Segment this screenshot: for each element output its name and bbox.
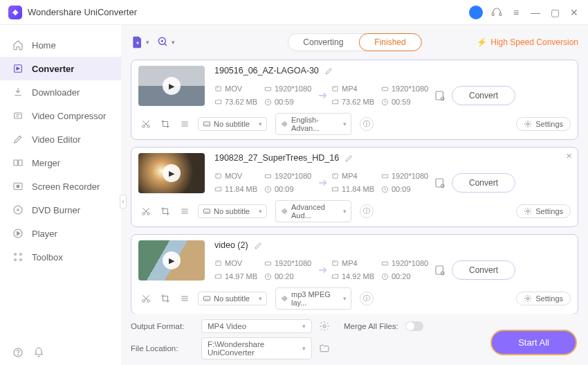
src-dur: 00:09 bbox=[264, 185, 314, 193]
add-file-button[interactable]: ▾ bbox=[131, 35, 149, 49]
svg-rect-52 bbox=[204, 296, 210, 301]
output-settings-icon[interactable] bbox=[434, 177, 446, 189]
audio-select[interactable]: English-Advan...▾ bbox=[275, 113, 351, 135]
subtitle-select[interactable]: No subtitle▾ bbox=[198, 292, 267, 305]
tab-converting[interactable]: Converting bbox=[288, 34, 358, 51]
output-format-select[interactable]: MP4 Video▾ bbox=[201, 319, 312, 333]
info-icon[interactable]: ⓘ bbox=[360, 117, 374, 131]
maximize-icon[interactable]: ▢ bbox=[549, 7, 560, 18]
sidebar-item-dvd-burner[interactable]: DVD Burner bbox=[0, 198, 121, 222]
rename-icon[interactable] bbox=[254, 241, 263, 250]
sidebar-item-video-editor[interactable]: Video Editor bbox=[0, 127, 121, 151]
rename-icon[interactable] bbox=[344, 154, 353, 163]
src-res: 1920*1080 bbox=[264, 259, 314, 267]
thumbnail[interactable]: ▶ bbox=[138, 240, 205, 281]
add-url-button[interactable]: ▾ bbox=[156, 35, 175, 49]
effects-icon[interactable] bbox=[180, 206, 190, 216]
dst-size: 73.62 MB bbox=[331, 98, 381, 106]
subtitle-select[interactable]: No subtitle▾ bbox=[198, 117, 267, 131]
convert-icon bbox=[12, 63, 24, 74]
notification-icon[interactable] bbox=[33, 347, 44, 358]
filename: 190828_27_SuperTrees_HD_16 bbox=[214, 153, 339, 163]
svg-rect-28 bbox=[204, 122, 210, 126]
trim-icon[interactable] bbox=[141, 119, 151, 129]
svg-rect-40 bbox=[204, 209, 210, 213]
dst-size: 14.92 MB bbox=[331, 272, 381, 281]
svg-rect-19 bbox=[265, 87, 270, 91]
convert-button[interactable]: Convert bbox=[452, 86, 515, 105]
trim-icon[interactable] bbox=[141, 294, 151, 303]
merge-toggle[interactable] bbox=[405, 321, 423, 331]
support-icon[interactable] bbox=[491, 7, 502, 18]
main-panel: ▾ ▾ Converting Finished ⚡ High Speed Con… bbox=[121, 25, 588, 365]
thumbnail[interactable]: ▶ bbox=[138, 153, 205, 193]
src-format: MOV bbox=[214, 172, 264, 180]
app-logo: ◆ bbox=[8, 6, 22, 19]
output-settings-icon[interactable] bbox=[434, 264, 446, 276]
subtitle-select[interactable]: No subtitle▾ bbox=[198, 204, 267, 218]
item-settings-button[interactable]: Settings bbox=[516, 292, 571, 305]
sidebar-item-converter[interactable]: Converter bbox=[0, 57, 121, 80]
crop-icon[interactable] bbox=[160, 206, 170, 216]
subtitle-icon bbox=[203, 120, 211, 128]
app-title: Wondershare UniConverter bbox=[28, 7, 137, 17]
sidebar-item-merger[interactable]: Merger bbox=[0, 151, 121, 175]
minimize-icon[interactable]: — bbox=[530, 7, 541, 18]
svg-rect-42 bbox=[216, 260, 221, 265]
item-settings-button[interactable]: Settings bbox=[516, 204, 571, 218]
edit-icon bbox=[12, 134, 24, 145]
svg-rect-21 bbox=[333, 86, 338, 90]
user-avatar[interactable] bbox=[469, 6, 483, 19]
src-format: MOV bbox=[214, 259, 264, 267]
audio-select[interactable]: Advanced Aud...▾ bbox=[275, 200, 351, 222]
svg-point-14 bbox=[20, 259, 22, 261]
dst-res: 1920*1080 bbox=[381, 172, 431, 180]
sidebar-item-toolbox[interactable]: Toolbox bbox=[0, 245, 121, 269]
sidebar-item-player[interactable]: Player bbox=[0, 222, 121, 245]
file-location-select[interactable]: F:\Wondershare UniConverter▾ bbox=[201, 337, 312, 359]
svg-point-9 bbox=[17, 209, 19, 211]
close-icon[interactable]: ✕ bbox=[569, 7, 580, 18]
sidebar-item-home[interactable]: Home bbox=[0, 33, 121, 57]
rename-icon[interactable] bbox=[324, 66, 333, 75]
sidebar-label: Downloader bbox=[32, 87, 80, 98]
svg-point-16 bbox=[18, 355, 19, 355]
sidebar-label: Video Compressor bbox=[32, 111, 106, 121]
sidebar-item-downloader[interactable]: Downloader bbox=[0, 80, 121, 104]
thumbnail[interactable]: ▶ bbox=[138, 66, 205, 106]
output-settings-icon[interactable] bbox=[319, 321, 330, 332]
remove-item-icon[interactable]: ✕ bbox=[566, 152, 572, 161]
effects-icon[interactable] bbox=[180, 294, 190, 303]
output-settings-icon[interactable] bbox=[434, 89, 446, 102]
dst-dur: 00:59 bbox=[381, 98, 431, 106]
browse-folder-icon[interactable] bbox=[319, 343, 330, 354]
svg-point-11 bbox=[15, 253, 17, 256]
svg-rect-3 bbox=[15, 113, 22, 118]
high-speed-link[interactable]: ⚡ High Speed Conversion bbox=[477, 37, 578, 47]
convert-button[interactable]: Convert bbox=[452, 260, 515, 280]
menu-icon[interactable]: ≡ bbox=[511, 7, 522, 18]
info-icon[interactable]: ⓘ bbox=[360, 204, 374, 218]
download-icon bbox=[12, 87, 24, 98]
crop-icon[interactable] bbox=[160, 294, 170, 303]
convert-button[interactable]: Convert bbox=[452, 173, 515, 193]
svg-point-53 bbox=[527, 298, 529, 300]
audio-select[interactable]: mp3 MPEG lay...▾ bbox=[275, 287, 351, 310]
start-all-button[interactable]: Start All bbox=[490, 330, 577, 355]
sidebar-item-screen-recorder[interactable]: Screen Recorder bbox=[0, 175, 121, 198]
home-icon bbox=[12, 39, 24, 51]
trim-icon[interactable] bbox=[141, 206, 151, 216]
svg-rect-5 bbox=[19, 160, 22, 166]
crop-icon[interactable] bbox=[160, 119, 170, 129]
help-icon[interactable] bbox=[12, 347, 24, 358]
sidebar-label: Converter bbox=[32, 64, 74, 74]
effects-icon[interactable] bbox=[180, 119, 190, 129]
tab-finished[interactable]: Finished bbox=[358, 33, 421, 51]
item-settings-button[interactable]: Settings bbox=[516, 117, 571, 131]
dst-dur: 00:20 bbox=[381, 272, 431, 281]
sidebar: HomeConverterDownloaderVideo CompressorV… bbox=[0, 25, 121, 365]
sidebar-item-video-compressor[interactable]: Video Compressor bbox=[0, 104, 121, 127]
arrow-icon: ➜ bbox=[314, 176, 331, 189]
file-card: ▶ 190516_06_AZ-LAGOA-30 MOV 73.62 MB 192… bbox=[131, 60, 578, 140]
info-icon[interactable]: ⓘ bbox=[360, 292, 374, 305]
